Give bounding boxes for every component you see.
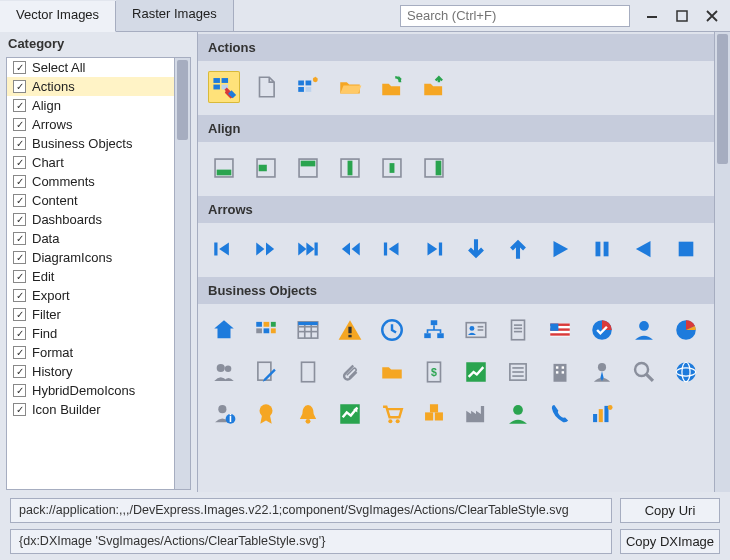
- fast-forward-icon[interactable]: [250, 233, 282, 265]
- factory-icon[interactable]: [460, 398, 492, 430]
- step-start-icon[interactable]: [376, 233, 408, 265]
- checkbox-icon[interactable]: [13, 270, 26, 283]
- category-item[interactable]: Filter: [7, 305, 174, 324]
- checkbox-icon[interactable]: [13, 232, 26, 245]
- category-item[interactable]: Find: [7, 324, 174, 343]
- align-left-icon[interactable]: [250, 152, 282, 184]
- globe-icon[interactable]: [670, 356, 702, 388]
- folder-up-icon[interactable]: [418, 71, 450, 103]
- category-item[interactable]: Comments: [7, 172, 174, 191]
- arrow-down-icon[interactable]: [460, 233, 492, 265]
- play-icon[interactable]: [544, 233, 576, 265]
- category-scrollbar[interactable]: [175, 57, 191, 490]
- rewind-icon[interactable]: [334, 233, 366, 265]
- checkbox-icon[interactable]: [13, 137, 26, 150]
- uri-field[interactable]: pack://application:,,,/DevExpress.Images…: [10, 498, 612, 523]
- checkbox-icon[interactable]: [13, 80, 26, 93]
- org-chart-icon[interactable]: [418, 314, 450, 346]
- checkbox-icon[interactable]: [13, 289, 26, 302]
- copy-dximage-button[interactable]: Copy DXImage: [620, 529, 720, 554]
- spreadsheet-icon[interactable]: [292, 314, 324, 346]
- category-item[interactable]: Content: [7, 191, 174, 210]
- badge-icon[interactable]: [250, 398, 282, 430]
- flag-us-icon[interactable]: [544, 314, 576, 346]
- phone-icon[interactable]: [544, 398, 576, 430]
- boxes-icon[interactable]: [418, 398, 450, 430]
- contact-card-icon[interactable]: [460, 314, 492, 346]
- category-list[interactable]: Select AllActionsAlignArrowsBusiness Obj…: [6, 57, 175, 490]
- checkbox-icon[interactable]: [13, 99, 26, 112]
- checkbox-icon[interactable]: [13, 327, 26, 340]
- user-tie-icon[interactable]: [586, 356, 618, 388]
- checkbox-icon[interactable]: [13, 251, 26, 264]
- edit-doc-icon[interactable]: [250, 356, 282, 388]
- checkbox-icon[interactable]: [13, 365, 26, 378]
- category-item[interactable]: Align: [7, 96, 174, 115]
- clear-table-style-icon[interactable]: [208, 71, 240, 103]
- category-item[interactable]: DiagramIcons: [7, 248, 174, 267]
- checkbox-icon[interactable]: [13, 213, 26, 226]
- bell-icon[interactable]: [292, 398, 324, 430]
- pie-tick-icon[interactable]: [586, 314, 618, 346]
- minimize-button[interactable]: [638, 5, 666, 27]
- checkbox-icon[interactable]: [13, 403, 26, 416]
- align-right-icon[interactable]: [418, 152, 450, 184]
- category-item[interactable]: Actions: [7, 77, 174, 96]
- checkbox-icon[interactable]: [13, 384, 26, 397]
- category-item[interactable]: Select All: [7, 58, 174, 77]
- tab-vector-images[interactable]: Vector Images: [0, 1, 116, 32]
- cart-icon[interactable]: [376, 398, 408, 430]
- category-item[interactable]: HybridDemoIcons: [7, 381, 174, 400]
- align-center-v2-icon[interactable]: [376, 152, 408, 184]
- category-item[interactable]: Dashboards: [7, 210, 174, 229]
- gallery-scrollbar[interactable]: [714, 32, 730, 492]
- category-item[interactable]: Edit: [7, 267, 174, 286]
- list-icon[interactable]: [502, 356, 534, 388]
- grid-color-icon[interactable]: [250, 314, 282, 346]
- icon-gallery[interactable]: ActionsAlignArrowsBusiness Objects$i: [198, 32, 714, 492]
- checkbox-icon[interactable]: [13, 61, 26, 74]
- chart-green-icon[interactable]: [334, 398, 366, 430]
- play-left-icon[interactable]: [628, 233, 660, 265]
- document-icon[interactable]: [502, 314, 534, 346]
- arrow-up-icon[interactable]: [502, 233, 534, 265]
- money-icon[interactable]: $: [418, 356, 450, 388]
- warning-icon[interactable]: [334, 314, 366, 346]
- category-item[interactable]: Arrows: [7, 115, 174, 134]
- bar-stats-icon[interactable]: [586, 398, 618, 430]
- category-item[interactable]: Business Objects: [7, 134, 174, 153]
- category-item[interactable]: History: [7, 362, 174, 381]
- tab-raster-images[interactable]: Raster Images: [116, 0, 234, 31]
- category-item[interactable]: Chart: [7, 153, 174, 172]
- category-item[interactable]: Export: [7, 286, 174, 305]
- checkbox-icon[interactable]: [13, 346, 26, 359]
- checkbox-icon[interactable]: [13, 194, 26, 207]
- checkbox-icon[interactable]: [13, 118, 26, 131]
- user-green-icon[interactable]: [502, 398, 534, 430]
- align-bottom-icon[interactable]: [208, 152, 240, 184]
- category-item[interactable]: Format: [7, 343, 174, 362]
- doc-blank-icon[interactable]: [292, 356, 324, 388]
- attachment-icon[interactable]: [334, 356, 366, 388]
- align-center-v-icon[interactable]: [334, 152, 366, 184]
- step-end-icon[interactable]: [418, 233, 450, 265]
- clock-icon[interactable]: [376, 314, 408, 346]
- new-table-icon[interactable]: [292, 71, 324, 103]
- users-icon[interactable]: [208, 356, 240, 388]
- checkbox-icon[interactable]: [13, 156, 26, 169]
- category-item[interactable]: Data: [7, 229, 174, 248]
- dximage-field[interactable]: {dx:DXImage 'SvgImages/Actions/ClearTabl…: [10, 529, 612, 554]
- search-input[interactable]: [400, 5, 630, 27]
- copy-uri-button[interactable]: Copy Uri: [620, 498, 720, 523]
- building-icon[interactable]: [544, 356, 576, 388]
- checkbox-icon[interactable]: [13, 175, 26, 188]
- new-document-icon[interactable]: [250, 71, 282, 103]
- pause-icon[interactable]: [586, 233, 618, 265]
- checkbox-icon[interactable]: [13, 308, 26, 321]
- open-folder-icon[interactable]: [334, 71, 366, 103]
- align-top-icon[interactable]: [292, 152, 324, 184]
- close-button[interactable]: [698, 5, 726, 27]
- user-icon[interactable]: [628, 314, 660, 346]
- folder-arrow-icon[interactable]: [376, 71, 408, 103]
- pie-chart-icon[interactable]: [670, 314, 702, 346]
